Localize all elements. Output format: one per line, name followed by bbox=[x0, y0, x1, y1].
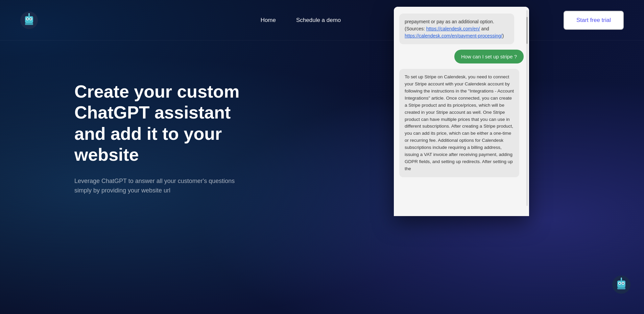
hero-section: Create your custom ChatGPT assistant and… bbox=[0, 41, 644, 314]
bottom-robot-icon bbox=[612, 276, 630, 294]
navbar: Home Schedule a demo Start free trial bbox=[0, 0, 644, 41]
logo-icon bbox=[20, 11, 38, 29]
hero-text-block: Create your custom ChatGPT assistant and… bbox=[74, 61, 264, 195]
svg-rect-15 bbox=[617, 287, 625, 289]
logo[interactable] bbox=[20, 11, 38, 29]
svg-rect-6 bbox=[25, 23, 33, 25]
svg-point-5 bbox=[30, 18, 31, 20]
svg-point-4 bbox=[27, 18, 28, 20]
nav-links: Home Schedule a demo bbox=[261, 17, 341, 24]
svg-point-13 bbox=[619, 283, 620, 284]
nav-home[interactable]: Home bbox=[261, 17, 276, 24]
hero-title: Create your custom ChatGPT assistant and… bbox=[74, 81, 264, 165]
start-free-trial-button[interactable]: Start free trial bbox=[564, 11, 624, 30]
nav-schedule[interactable]: Schedule a demo bbox=[296, 17, 341, 24]
svg-point-8 bbox=[28, 13, 30, 15]
hero-subtitle: Leverage ChatGPT to answer all your cust… bbox=[74, 176, 243, 196]
svg-point-14 bbox=[622, 283, 624, 284]
svg-point-17 bbox=[621, 278, 622, 279]
